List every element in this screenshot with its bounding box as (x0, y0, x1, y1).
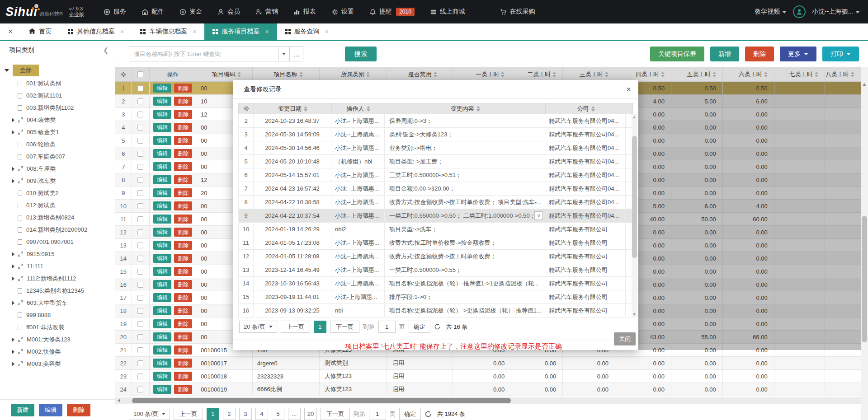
scroll-down-icon[interactable] (633, 313, 636, 316)
change-log-row[interactable]: 14 2023-10-30 16:56:43 小沈--上海驷惠... 项目名称:… (238, 277, 633, 290)
row-delete-button[interactable]: 删除 (174, 385, 192, 394)
scrollbar-thumb[interactable] (132, 398, 511, 403)
row-edit-button[interactable]: 编辑 (153, 84, 171, 93)
sort-icon[interactable] (434, 72, 437, 77)
row-edit-button[interactable]: 编辑 (153, 228, 171, 237)
add-button[interactable]: 新增 (710, 47, 739, 61)
tree-item[interactable]: 008:车座类 (0, 163, 115, 175)
sort-icon[interactable] (661, 72, 665, 77)
row-checkbox[interactable] (132, 108, 150, 121)
caret-collapsed-icon[interactable] (12, 301, 14, 305)
gear-icon[interactable] (239, 103, 254, 114)
tree-item[interactable]: 012:测试类 (0, 199, 115, 211)
column-header-code[interactable]: 项目编码 (196, 67, 253, 81)
sort-icon[interactable] (552, 72, 556, 77)
horizontal-scrollbar[interactable] (115, 397, 861, 404)
sort-icon[interactable] (851, 72, 854, 77)
caret-expanded-icon[interactable] (5, 69, 9, 72)
menu-item-member[interactable]: 会员 (217, 8, 240, 16)
row-delete-button[interactable]: 删除 (174, 136, 192, 145)
tab-service-query[interactable]: 服务查询 × (277, 23, 337, 40)
modal-close-icon[interactable]: × (626, 84, 631, 94)
close-tab-icon[interactable]: × (193, 28, 196, 35)
row-edit-button[interactable]: 编辑 (153, 254, 171, 263)
search-dropdown-icon[interactable] (278, 47, 290, 61)
modal-column-company[interactable]: 公司 (546, 103, 626, 114)
prev-page-button[interactable]: 上一页 (174, 408, 203, 420)
tree-item-all[interactable]: 全部 (0, 64, 115, 77)
page-number-button[interactable]: 3 (239, 408, 252, 420)
new-category-button[interactable]: 新建 (11, 404, 34, 416)
row-checkbox[interactable] (132, 304, 150, 317)
row-edit-button[interactable]: 编辑 (153, 97, 171, 106)
tree-item[interactable]: M002:快修类 (0, 345, 115, 358)
tree-item[interactable]: 12345:类别名称12345 (0, 285, 115, 297)
sort-icon[interactable] (476, 106, 480, 112)
page-number-button[interactable]: ... (288, 408, 301, 420)
row-checkbox[interactable] (132, 147, 150, 160)
row-delete-button[interactable]: 删除 (174, 201, 192, 210)
tree-item[interactable]: 004:装饰类 (0, 114, 115, 126)
search-button[interactable]: 搜索 (345, 47, 377, 61)
change-log-row[interactable]: 5 2024-05-20 10:10:48 （机修组）nbl 项目类型:->加工… (238, 155, 633, 168)
row-delete-button[interactable]: 删除 (174, 175, 192, 184)
tree-item[interactable]: M001:大修类123 (0, 333, 115, 345)
caret-collapsed-icon[interactable] (12, 179, 14, 183)
column-header-hours7[interactable]: 七类工时 (774, 67, 825, 81)
row-checkbox[interactable] (132, 265, 150, 278)
tab-vehicle-info-archive[interactable]: 车辆信息档案 × (132, 23, 204, 40)
column-header-hours2[interactable]: 二类工时 (511, 67, 563, 81)
row-edit-button[interactable]: 编辑 (153, 175, 171, 184)
modal-column-content[interactable]: 变更内容 (385, 103, 546, 114)
caret-collapsed-icon[interactable] (12, 264, 14, 269)
tree-item[interactable]: 003:新增类别1102 (0, 102, 115, 114)
sort-icon[interactable] (712, 72, 716, 77)
row-delete-button[interactable]: 删除 (174, 215, 192, 224)
delete-category-button[interactable]: 删除 (67, 404, 90, 416)
row-edit-button[interactable]: 编辑 (153, 123, 171, 132)
tutorial-video-link[interactable]: 教学视频 (755, 8, 787, 16)
scroll-left-icon[interactable] (118, 399, 120, 402)
row-edit-button[interactable]: 编辑 (153, 372, 171, 381)
modal-goto-confirm-button[interactable]: 确定 (409, 321, 430, 333)
modal-goto-page-input[interactable] (378, 321, 396, 333)
more-button[interactable]: 更多 (780, 47, 816, 61)
menu-item-online-mall[interactable]: 线上商城 (430, 8, 465, 16)
row-checkbox[interactable] (132, 331, 150, 343)
sort-icon[interactable] (501, 72, 505, 77)
tree-item[interactable]: 0907001:0907001 (0, 236, 115, 248)
caret-collapsed-icon[interactable] (12, 130, 14, 135)
page-size-select[interactable]: 100 条/页 (129, 408, 170, 420)
row-delete-button[interactable]: 删除 (174, 228, 192, 237)
row-checkbox[interactable] (132, 239, 150, 252)
row-edit-button[interactable]: 编辑 (153, 188, 171, 197)
sort-icon[interactable] (304, 106, 307, 112)
row-checkbox[interactable] (132, 252, 150, 265)
row-delete-button[interactable]: 删除 (174, 293, 192, 302)
page-number-button[interactable]: 4 (255, 408, 268, 420)
close-tab-icon[interactable]: × (265, 28, 269, 35)
print-button[interactable]: 打印 (822, 47, 859, 61)
tree-item[interactable]: 1112:新增类别1112 (0, 272, 115, 285)
row-checkbox[interactable] (132, 383, 150, 396)
table-row[interactable]: 22 编辑 删除 00100017 4rgere0 测试类别 启用 0.00 0… (115, 357, 861, 370)
row-delete-button[interactable]: 删除 (174, 162, 192, 171)
tree-item[interactable]: 001:测试类别 (0, 77, 115, 89)
tree-item[interactable]: 014:新增类别20200902 (0, 224, 115, 236)
refresh-icon[interactable] (434, 323, 441, 330)
row-checkbox[interactable] (132, 278, 150, 291)
change-log-row[interactable]: 13 2023-12-14 16:45:49 小沈--上海驷惠... 一类工时:… (238, 263, 633, 277)
scrollbar-thumb[interactable] (632, 136, 637, 258)
modal-column-operator[interactable]: 操作人 (332, 103, 385, 114)
change-log-row[interactable]: 12 2024-01-05 11:28:08 小沈--上海驷惠... 收费方式:… (238, 250, 633, 263)
row-edit-button[interactable]: 编辑 (153, 306, 171, 315)
row-delete-button[interactable]: 删除 (174, 97, 192, 106)
scroll-up-icon[interactable] (633, 116, 636, 118)
scroll-up-icon[interactable] (863, 83, 866, 86)
tree-item[interactable]: ff001:非法改装 (0, 321, 115, 333)
row-edit-button[interactable]: 编辑 (153, 319, 171, 328)
change-log-row[interactable]: 16 2023-09-13 09:32:25 nbl 项目名称:更换挡泥板（轮）… (238, 304, 633, 317)
menu-item-report[interactable]: 报表 (293, 8, 316, 16)
row-checkbox[interactable] (132, 160, 150, 173)
more-search-options-button[interactable]: … (290, 47, 303, 61)
